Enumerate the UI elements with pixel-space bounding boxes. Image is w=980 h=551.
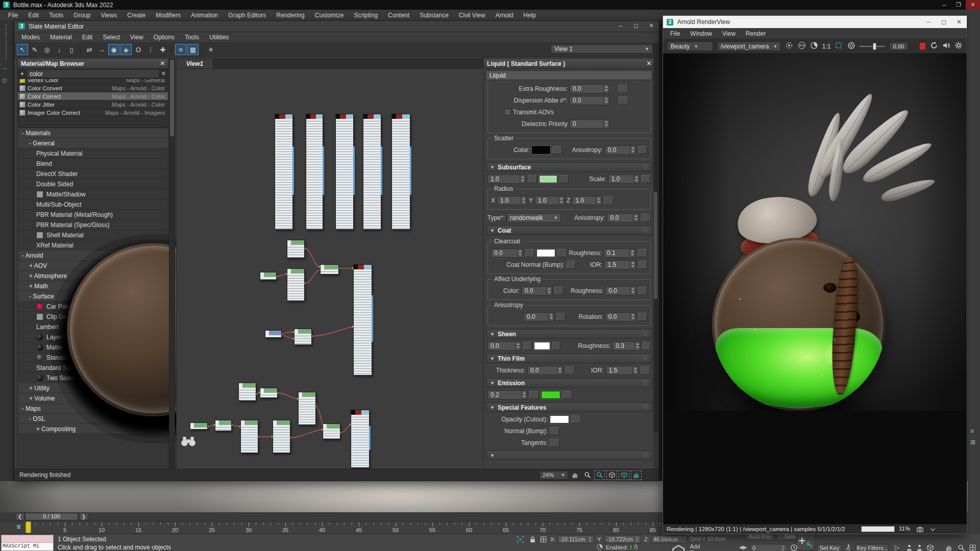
subsurface-aniso-map-button[interactable] xyxy=(641,214,651,222)
dielectric-spinner[interactable]: 0 xyxy=(570,119,609,129)
move-children-icon[interactable]: ⇄ xyxy=(84,44,95,55)
standard-surface-node[interactable] xyxy=(335,114,354,230)
max-menu-animation[interactable]: Animation xyxy=(186,11,223,20)
save-snapshot-icon[interactable] xyxy=(916,525,924,533)
frame-step-icon[interactable]: ◀▶ xyxy=(739,544,747,550)
selection-lock-icon[interactable] xyxy=(529,536,537,543)
tree-item-shell-material[interactable]: Shell Material xyxy=(18,230,168,240)
arnold-menu-file[interactable]: File xyxy=(665,29,685,38)
map-node[interactable] xyxy=(320,264,339,274)
transform-gizmo-icon[interactable] xyxy=(540,536,548,543)
minimize-button[interactable]: ─ xyxy=(937,0,951,10)
tab-view1[interactable]: View1 xyxy=(177,59,213,68)
arnold-titlebar[interactable]: 3 Arnold RenderView ─ ◻ ✕ xyxy=(663,16,967,28)
map-node[interactable] xyxy=(260,272,277,280)
subsurface-weight-map-button[interactable] xyxy=(528,175,537,183)
emission-color-map-button[interactable] xyxy=(562,391,572,399)
show-shaded-material-in-viewport-icon[interactable]: ◉ xyxy=(108,44,119,55)
scatter-color-swatch[interactable] xyxy=(532,146,550,154)
stop-render-button[interactable] xyxy=(919,42,925,50)
opacity-map-button[interactable] xyxy=(571,415,581,423)
standard-surface-node[interactable] xyxy=(353,264,372,375)
map-node[interactable] xyxy=(273,420,290,453)
slate-minimize-button[interactable]: ─ xyxy=(613,21,628,31)
search-result-row[interactable]: Color JitterMaps - Arnold - Color xyxy=(18,101,168,109)
max-menu-customize[interactable]: Customize xyxy=(310,11,349,20)
material-name-field[interactable]: Liquid xyxy=(486,70,652,80)
max-menu-content[interactable]: Content xyxy=(383,11,414,20)
standard-surface-node[interactable] xyxy=(351,410,370,468)
zoom-region-icon[interactable] xyxy=(594,470,605,480)
zoom-ratio[interactable]: 1:1 xyxy=(822,43,831,50)
coat-ior-spinner[interactable]: 1.5 xyxy=(604,260,635,269)
slate-menu-modes[interactable]: Modes xyxy=(16,33,45,42)
thickness-spinner[interactable]: 0.0 xyxy=(527,366,563,375)
coat-color-map-button[interactable] xyxy=(557,249,567,257)
emission-weight-spinner[interactable]: 0.2 xyxy=(487,390,527,399)
normal-bump-map-button[interactable] xyxy=(550,427,559,435)
coat-normal-map-button[interactable] xyxy=(567,261,576,269)
sheen-rollout[interactable]: ▼Sheen xyxy=(486,329,652,339)
map-node[interactable] xyxy=(287,240,305,258)
binoculars-icon[interactable] xyxy=(181,436,196,446)
time-tag-row[interactable]: Add Time Tag xyxy=(670,543,706,551)
zoom-extents-icon[interactable] xyxy=(606,470,617,480)
map-node[interactable] xyxy=(323,423,340,439)
tree-group--compositing[interactable]: + Compositing xyxy=(18,424,168,434)
set-key-button[interactable]: Set Key xyxy=(817,544,842,551)
close-button[interactable]: ✕ xyxy=(966,0,980,10)
viewport-grid-icon[interactable]: ⊞ xyxy=(970,439,975,446)
tree-item-multi-sub-object[interactable]: Multi/Sub-Object xyxy=(18,199,168,210)
slate-menu-options[interactable]: Options xyxy=(149,33,180,42)
radius-y-spinner[interactable]: 1.0 xyxy=(535,196,565,205)
max-menu-rendering[interactable]: Rendering xyxy=(271,11,309,20)
affect-roughness-spinner[interactable]: 0.0 xyxy=(605,286,636,295)
zoom-viewport-icon[interactable] xyxy=(958,544,966,551)
delete-selected-icon[interactable]: ▯ xyxy=(66,44,77,55)
slate-menu-select[interactable]: Select xyxy=(97,33,125,42)
slate-close-button[interactable]: ✕ xyxy=(644,21,659,31)
clear-search-icon[interactable]: ✕ xyxy=(161,70,166,77)
thinfilm-ior-spinner[interactable]: 1.5 xyxy=(606,366,639,375)
walkthrough-icon[interactable] xyxy=(844,544,853,551)
hide-unused-nodeslots-icon[interactable]: → xyxy=(96,44,107,55)
browser-scrollbar[interactable] xyxy=(169,58,175,469)
max-menu-substance[interactable]: Substance xyxy=(414,11,454,20)
thickness-map-button[interactable] xyxy=(565,366,575,374)
maxscript-mini-listener[interactable]: MAXScript Mi xyxy=(1,535,54,551)
arnold-maximize-button[interactable]: ◻ xyxy=(936,18,951,26)
search-result-row[interactable]: Imager Color CorrectMaps - Arnold - Imag… xyxy=(18,109,168,117)
search-input[interactable]: color xyxy=(27,70,159,78)
arnold-close-button[interactable]: ✕ xyxy=(951,18,967,26)
refresh-render-icon[interactable] xyxy=(930,41,938,52)
slate-maximize-button[interactable]: ◻ xyxy=(628,21,644,31)
search-result-row[interactable]: Color ConvertMaps - Arnold - Color xyxy=(18,84,168,92)
rotation-map-button[interactable] xyxy=(638,313,647,321)
sheen-color-map-button[interactable] xyxy=(552,342,560,350)
region-render-icon[interactable] xyxy=(835,41,843,52)
search-result-row[interactable]: Vertex ColorMaps - General xyxy=(18,79,168,84)
time-configuration-icon[interactable] xyxy=(790,544,799,551)
arnold-menu-window[interactable]: Window xyxy=(685,29,717,38)
subsurface-color-map-button[interactable] xyxy=(559,175,569,183)
map-node[interactable] xyxy=(265,330,282,338)
key-filters-button[interactable]: Key Filters... xyxy=(855,544,889,551)
tree-item-matte-shadow[interactable]: Matte/Shadow xyxy=(18,189,168,199)
select-tool-icon[interactable]: ↖ xyxy=(17,44,28,55)
user-icon[interactable] xyxy=(905,544,914,551)
special-features-rollout[interactable]: ▼Special Features xyxy=(486,403,652,412)
radius-map-button[interactable] xyxy=(604,196,614,205)
render-image[interactable] xyxy=(663,54,967,411)
coat-roughness-map-button[interactable] xyxy=(638,249,647,257)
tangents-map-button[interactable] xyxy=(550,439,559,447)
tree-item-blend[interactable]: Blend xyxy=(18,159,168,169)
rgb-channels-icon[interactable]: RGB xyxy=(798,41,806,52)
map-node[interactable] xyxy=(238,383,256,401)
subsurface-scale-spinner[interactable]: 1.0 xyxy=(608,174,640,184)
coat-roughness-spinner[interactable]: 0.1 xyxy=(604,248,636,258)
search-options-icon[interactable]: ▼ xyxy=(20,71,24,77)
tree-group--materials[interactable]: - Materials xyxy=(18,128,168,138)
standard-surface-node[interactable] xyxy=(391,114,410,230)
rotation-spinner[interactable]: 0.0 xyxy=(605,312,636,321)
user-group-icon[interactable] xyxy=(916,544,924,551)
